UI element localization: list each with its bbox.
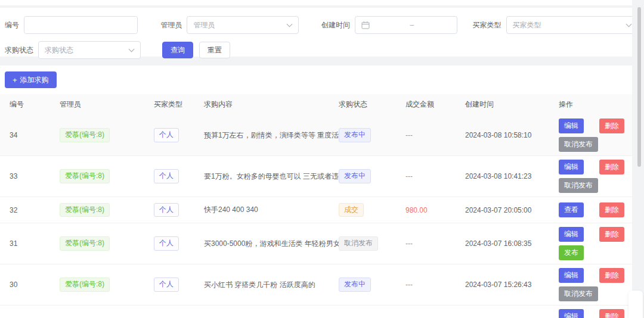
cell-created: 2024-03-07 16:08:35 bbox=[465, 236, 559, 251]
admin-tag: 爱慕(编号:8) bbox=[60, 169, 110, 183]
cell-content: 要1万粉。女粉多的母婴也可以 三无或者违规... bbox=[204, 168, 339, 185]
scrollbar-thumb[interactable] bbox=[637, 7, 641, 167]
cell-content: 快手240 400 340 bbox=[204, 201, 339, 219]
cell-actions: 编辑删除发布 bbox=[559, 223, 629, 264]
plus-icon: + bbox=[13, 76, 17, 84]
content-panel: + 添加求购 编号 管理员 买家类型 求购内容 求购状态 成交金额 创建时间 操… bbox=[0, 66, 632, 318]
number-input[interactable] bbox=[24, 17, 137, 33]
cell-created: 2024-03-07 20:05:00 bbox=[465, 202, 559, 218]
admin-tag: 爱慕(编号:8) bbox=[60, 203, 110, 217]
admin-label: 管理员 bbox=[160, 20, 182, 30]
daterange-separator: – bbox=[373, 21, 451, 29]
table-row: 33 爱慕(编号:8) 个人 要1万粉。女粉多的母婴也可以 三无或者违规... … bbox=[0, 156, 632, 197]
table-row: 29 自己人(编号:10) 个人 4到5w 情感号未实名的 复购客户 取消发布 … bbox=[0, 305, 632, 318]
cell-actions: 编辑删除取消发布 bbox=[559, 264, 629, 305]
add-purchase-button[interactable]: + 添加求购 bbox=[5, 71, 57, 88]
unpublish-button[interactable]: 取消发布 bbox=[559, 286, 598, 301]
table-body: 34 爱慕(编号:8) 个人 预算1万左右，剧情类，演绎类等等 重度活跃... … bbox=[0, 115, 632, 318]
buyer-type-label: 买家类型 bbox=[473, 20, 501, 30]
status-select-placeholder: 求购状态 bbox=[45, 45, 73, 55]
cell-amount: 980.00 bbox=[405, 202, 465, 218]
buyer-type-select-placeholder: 买家类型 bbox=[513, 20, 541, 30]
chevron-down-icon bbox=[129, 46, 135, 52]
admin-tag: 爱慕(编号:8) bbox=[60, 278, 110, 292]
col-header-id: 编号 bbox=[10, 94, 60, 115]
view-button[interactable]: 查看 bbox=[559, 202, 584, 217]
col-header-content: 求购内容 bbox=[204, 94, 339, 115]
buyer-type-tag: 个人 bbox=[154, 128, 179, 142]
status-tag: 成交 bbox=[339, 203, 364, 217]
filter-panel: 编号 管理员 管理员 创建时间 – 买家类型 买家类 bbox=[0, 8, 638, 57]
cell-id: 30 bbox=[10, 277, 60, 292]
chevron-down-icon bbox=[287, 21, 293, 27]
reset-button[interactable]: 重置 bbox=[199, 42, 230, 58]
chevron-down-icon bbox=[626, 21, 632, 27]
page-gutter bbox=[632, 0, 644, 318]
cell-content: 预算1万左右，剧情类，演绎类等等 重度活跃... bbox=[204, 127, 339, 144]
floating-widget[interactable] bbox=[628, 291, 643, 318]
table-row: 30 爱慕(编号:8) 个人 买小红书 穿搭类几千粉 活跃度高的 发布中 ---… bbox=[0, 264, 632, 305]
status-select[interactable]: 求购状态 bbox=[38, 41, 141, 59]
cell-content: 买小红书 穿搭类几千粉 活跃度高的 bbox=[204, 276, 339, 294]
status-tag: 发布中 bbox=[339, 278, 371, 292]
admin-select-placeholder: 管理员 bbox=[193, 20, 215, 30]
status-tag: 发布中 bbox=[339, 128, 371, 142]
buyer-type-tag: 个人 bbox=[154, 236, 179, 251]
col-header-admin: 管理员 bbox=[60, 94, 154, 115]
cell-created: 2024-03-07 15:26:43 bbox=[465, 277, 559, 292]
cell-id: 33 bbox=[10, 169, 60, 184]
status-tag: 发布中 bbox=[339, 169, 371, 183]
col-header-buyer-type: 买家类型 bbox=[154, 94, 204, 115]
col-header-created: 创建时间 bbox=[465, 94, 559, 115]
delete-button[interactable]: 删除 bbox=[599, 309, 624, 318]
created-daterange[interactable]: – bbox=[355, 16, 457, 34]
cell-created: 2024-03-08 10:58:10 bbox=[465, 127, 559, 143]
delete-button[interactable]: 删除 bbox=[599, 227, 624, 242]
cell-actions: 查看删除 bbox=[559, 199, 629, 221]
edit-button[interactable]: 编辑 bbox=[559, 309, 584, 318]
cell-actions: 编辑删除发布 bbox=[559, 305, 629, 318]
edit-button[interactable]: 编辑 bbox=[559, 160, 584, 174]
admin-tag: 爱慕(编号:8) bbox=[60, 236, 110, 251]
col-header-actions: 操作 bbox=[559, 94, 632, 115]
col-header-amount: 成交金额 bbox=[405, 94, 465, 115]
status-label: 求购状态 bbox=[5, 45, 33, 55]
buyer-type-tag: 个人 bbox=[154, 278, 179, 292]
unpublish-button[interactable]: 取消发布 bbox=[559, 178, 598, 193]
buyer-type-tag: 个人 bbox=[154, 169, 179, 183]
edit-button[interactable]: 编辑 bbox=[559, 227, 584, 242]
cell-amount: --- bbox=[405, 236, 465, 251]
status-tag: 取消发布 bbox=[339, 236, 378, 251]
cell-amount: --- bbox=[405, 277, 465, 292]
cell-id: 32 bbox=[10, 202, 60, 218]
table-row: 31 爱慕(编号:8) 个人 买3000-5000粉，游戏和生活类 年轻粉男女平… bbox=[0, 223, 632, 264]
table-row: 32 爱慕(编号:8) 个人 快手240 400 340 成交 980.00 2… bbox=[0, 197, 632, 223]
edit-button[interactable]: 编辑 bbox=[559, 119, 584, 133]
cell-content: 买3000-5000粉，游戏和生活类 年轻粉男女平等 bbox=[204, 235, 339, 252]
admin-select[interactable]: 管理员 bbox=[187, 16, 299, 34]
publish-button[interactable]: 发布 bbox=[559, 245, 584, 260]
admin-tag: 爱慕(编号:8) bbox=[60, 128, 110, 142]
cell-id: 31 bbox=[10, 236, 60, 251]
cell-amount: --- bbox=[405, 169, 465, 184]
cell-id: 34 bbox=[10, 127, 60, 143]
cell-created: 2024-03-08 10:41:23 bbox=[465, 169, 559, 184]
edit-button[interactable]: 编辑 bbox=[559, 268, 584, 283]
toolbar: + 添加求购 bbox=[0, 70, 632, 94]
created-label: 创建时间 bbox=[321, 20, 350, 30]
unpublish-button[interactable]: 取消发布 bbox=[559, 137, 598, 152]
buyer-type-select[interactable]: 买家类型 bbox=[506, 16, 638, 34]
table-row: 34 爱慕(编号:8) 个人 预算1万左右，剧情类，演绎类等等 重度活跃... … bbox=[0, 115, 632, 156]
purchase-request-admin-page: 编号 管理员 管理员 创建时间 – 买家类型 买家类 bbox=[0, 0, 644, 318]
cell-amount: --- bbox=[405, 127, 465, 143]
delete-button[interactable]: 删除 bbox=[599, 202, 624, 217]
top-strip bbox=[0, 0, 640, 5]
cell-actions: 编辑删除取消发布 bbox=[559, 156, 629, 197]
calendar-icon bbox=[361, 21, 370, 29]
delete-button[interactable]: 删除 bbox=[599, 268, 624, 283]
delete-button[interactable]: 删除 bbox=[599, 160, 624, 174]
search-button[interactable]: 查询 bbox=[162, 42, 193, 58]
delete-button[interactable]: 删除 bbox=[599, 119, 624, 133]
table-header: 编号 管理员 买家类型 求购内容 求购状态 成交金额 创建时间 操作 bbox=[0, 94, 632, 115]
col-header-status: 求购状态 bbox=[339, 94, 405, 115]
